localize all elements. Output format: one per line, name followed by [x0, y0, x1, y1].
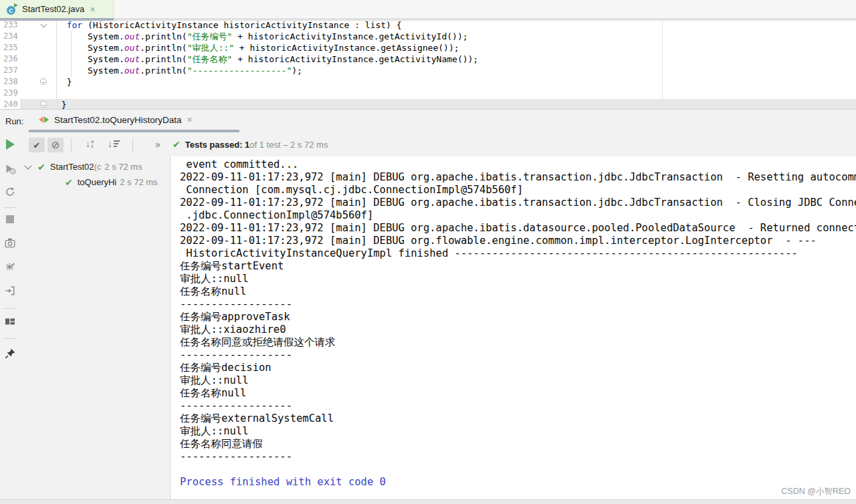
console-line: event committed...	[180, 158, 856, 171]
fold-marker[interactable]: −	[20, 76, 56, 88]
code-line[interactable]: 240− }	[0, 99, 856, 109]
close-icon[interactable]: ×	[187, 115, 193, 124]
line-number[interactable]: 233	[0, 21, 20, 31]
run-tab-title: StartTest02.toQueryHistoryData	[54, 115, 182, 125]
toolbar-divider	[132, 138, 133, 152]
test-duration: 2 s 72 ms	[120, 177, 157, 187]
snapshot-button[interactable]	[0, 238, 20, 248]
console-line: ------------------	[180, 298, 856, 311]
code-text: for (HistoricActivityInstance historicAc…	[56, 21, 856, 31]
rerun-failed-icon	[5, 163, 16, 174]
line-number[interactable]: 235	[0, 42, 20, 53]
test-tree-row-class[interactable]: ✔ StartTest02 (c 2 s 72 ms	[20, 159, 169, 174]
console-line: 任务编号approveTask	[180, 311, 856, 324]
runnable-overlay-icon	[14, 3, 18, 7]
toolbar-divider	[4, 207, 16, 208]
fold-marker	[20, 31, 56, 42]
rerun-failed-tests-button[interactable]	[0, 163, 20, 174]
test-class-package: (c	[94, 162, 102, 172]
fold-marker	[20, 42, 56, 53]
editor-tab-starttest02[interactable]: C StartTest02.java ×	[0, 0, 114, 18]
line-number[interactable]: 236	[0, 53, 20, 65]
editor-lines: 233 for (HistoricActivityInstance histor…	[0, 21, 856, 109]
test-tree: ✔ StartTest02 (c 2 s 72 ms ✔ toQueryHi 2…	[20, 159, 169, 190]
test-class-name: StartTest02	[50, 162, 94, 172]
code-line[interactable]: 238− }	[0, 76, 856, 88]
test-config-icon-right	[44, 116, 49, 123]
console-line: 任务编号externalSystemCall	[180, 412, 856, 425]
fold-marker[interactable]: −	[20, 99, 56, 109]
code-line[interactable]: 235 System.out.println("审批人::" + histori…	[0, 42, 856, 53]
line-number[interactable]: 238	[0, 76, 20, 88]
run-tab[interactable]: StartTest02.toQueryHistoryData ×	[29, 110, 239, 130]
sort-by-duration-button[interactable]: ↓	[108, 139, 120, 148]
editor-tab-bar: C StartTest02.java ×	[0, 0, 856, 21]
code-text: }	[56, 99, 856, 109]
tests-passed-detail: of 1 test – 2 s 72 ms	[249, 140, 328, 150]
fold-minus-icon[interactable]: −	[40, 78, 47, 85]
test-duration: 2 s 72 ms	[104, 162, 142, 172]
rerun-button[interactable]	[0, 139, 20, 150]
code-text: System.out.println("任务编号" + historicActi…	[56, 31, 856, 42]
run-console[interactable]: event committed...2022-09-11-01:17:23,97…	[170, 156, 856, 499]
console-line: HistoricActivityInstanceQueryImpl finish…	[180, 247, 856, 260]
fold-chevron-icon[interactable]	[41, 21, 47, 28]
code-line[interactable]: 234 System.out.println("任务编号" + historic…	[0, 31, 856, 42]
code-line[interactable]: 237 System.out.println("----------------…	[0, 65, 856, 76]
console-line: 审批人::null	[180, 273, 856, 285]
console-line: 2022-09-11-01:17:23,972 [main] DEBUG org…	[180, 235, 856, 247]
gutter-separator	[56, 21, 57, 109]
close-icon[interactable]: ×	[90, 5, 95, 14]
chevron-down-icon[interactable]	[24, 162, 31, 169]
coverage-button[interactable]	[0, 261, 20, 272]
stop-button[interactable]	[0, 215, 20, 223]
code-line[interactable]: 233 for (HistoricActivityInstance histor…	[0, 21, 856, 31]
more-actions-chevrons-icon[interactable]: »	[155, 139, 160, 150]
code-text: System.out.println("审批人::" + historicAct…	[56, 42, 856, 53]
watermark-text: CSDN @小智REO	[781, 486, 851, 497]
show-ignored-toggle[interactable]: ⊘	[47, 138, 64, 152]
restore-layout-button[interactable]	[0, 317, 20, 326]
code-line[interactable]: 239	[0, 88, 856, 99]
code-text: System.out.println("任务名称" + historicActi…	[56, 53, 856, 65]
console-line: 2022-09-11-01:17:23,972 [main] DEBUG org…	[180, 197, 856, 209]
sort-alphabetically-button[interactable]: ↓ az	[86, 139, 94, 148]
code-editor[interactable]: 233 for (HistoricActivityInstance histor…	[0, 21, 856, 109]
console-line: 任务名称null	[180, 285, 856, 298]
toolbar-divider	[4, 308, 16, 309]
console-line: 审批人::xiaozhire0	[180, 324, 856, 336]
console-line: 任务编号decision	[180, 362, 856, 374]
line-number[interactable]: 234	[0, 31, 20, 42]
code-text: }	[56, 76, 856, 88]
fold-marker[interactable]	[20, 21, 56, 31]
toggle-auto-test-button[interactable]	[0, 186, 20, 197]
fold-marker	[20, 53, 56, 65]
camera-icon	[5, 238, 15, 248]
code-line[interactable]: 236 System.out.println("任务名称" + historic…	[0, 53, 856, 65]
line-number[interactable]: 239	[0, 88, 20, 99]
console-line: 任务名称null	[180, 387, 856, 400]
run-tab-indicator	[29, 130, 239, 132]
pin-tab-button[interactable]	[0, 348, 20, 359]
line-number[interactable]: 240	[0, 99, 20, 109]
indent-guide	[71, 31, 72, 76]
bottom-status-strip	[0, 499, 856, 504]
passed-check-icon: ✔	[173, 139, 181, 150]
attach-console-button[interactable]	[0, 285, 20, 296]
toolbar-divider	[71, 138, 72, 152]
console-line: 任务编号startEvent	[180, 260, 856, 273]
duration-bars-icon	[114, 140, 120, 146]
sort-az-glyph: az	[91, 139, 94, 148]
ignore-icon: ⊘	[51, 139, 60, 151]
fold-minus-icon[interactable]: −	[40, 101, 47, 108]
test-status: ✔ Tests passed: 1 of 1 test – 2 s 72 ms	[173, 139, 328, 150]
tests-passed-text: Tests passed: 1	[185, 140, 250, 150]
console-line: 任务名称同意或拒绝请假这个请求	[180, 336, 856, 349]
java-class-icon: C	[7, 3, 18, 15]
auto-test-cycle-icon	[5, 186, 15, 197]
test-tree-row-method[interactable]: ✔ toQueryHi 2 s 72 ms	[20, 174, 169, 190]
line-number[interactable]: 237	[0, 65, 20, 76]
console-line: 2022-09-11-01:17:23,972 [main] DEBUG org…	[180, 222, 856, 235]
show-passed-toggle[interactable]: ✔	[29, 138, 45, 152]
check-icon: ✔	[33, 140, 41, 150]
